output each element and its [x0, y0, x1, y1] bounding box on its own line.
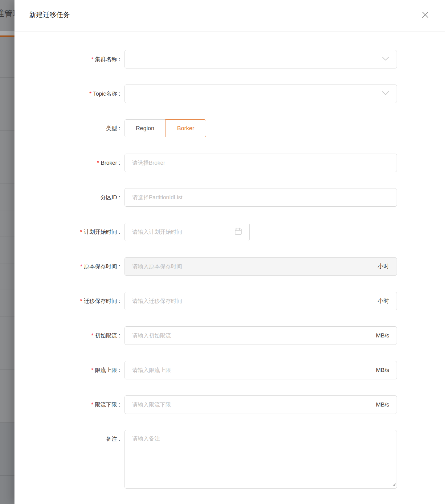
- topic-name-label: *Topic名称 :: [14, 90, 125, 97]
- close-icon[interactable]: [418, 7, 433, 22]
- migration-task-form: *集群名称 : *Topic名称 :: [14, 31, 445, 504]
- type-radio-group: Region Borker: [125, 119, 206, 137]
- form-row-throttle-upper: *限流上限 : MB/s: [14, 361, 445, 379]
- partition-id-label: 分区ID :: [14, 194, 125, 201]
- modal-header: 新建迁移任务: [14, 0, 445, 31]
- backdrop-table-footer: [0, 423, 14, 504]
- throttle-lower-field[interactable]: MB/s: [125, 395, 397, 414]
- type-option-borker[interactable]: Borker: [165, 119, 206, 137]
- topic-name-select[interactable]: [125, 85, 397, 103]
- remark-textarea-box[interactable]: [125, 430, 397, 489]
- required-asterisk: *: [89, 91, 92, 97]
- form-row-original-retention: *原本保存时间 : 小时: [14, 257, 445, 276]
- backdrop-page-title-fragment: 维管理: [0, 8, 14, 19]
- partition-id-select[interactable]: [125, 188, 397, 207]
- remark-label: 备注 :: [14, 430, 125, 443]
- form-row-remark: 备注 :: [14, 430, 445, 489]
- screen: 维管理 新建迁移任务 *集群名称 :: [0, 0, 445, 504]
- migration-retention-field[interactable]: 小时: [125, 292, 397, 310]
- required-asterisk: *: [91, 402, 93, 408]
- form-row-plan-start-time: *计划开始时间 :: [14, 223, 445, 241]
- plan-start-time-label: *计划开始时间 :: [14, 228, 125, 236]
- chevron-down-icon: [382, 91, 389, 97]
- chevron-down-icon: [382, 56, 389, 62]
- form-row-broker: *Broker :: [14, 154, 445, 172]
- mbs-unit-suffix: MB/s: [376, 401, 389, 408]
- plan-start-time-input[interactable]: [132, 229, 231, 235]
- mbs-unit-suffix: MB/s: [376, 367, 389, 374]
- plan-start-time-picker[interactable]: [125, 223, 250, 241]
- backdrop-tab-bar: [0, 31, 14, 35]
- required-asterisk: *: [91, 333, 93, 339]
- cluster-name-select[interactable]: [125, 50, 397, 68]
- backdrop-accent-bar: [0, 35, 14, 37]
- initial-throttle-field[interactable]: MB/s: [125, 326, 397, 345]
- throttle-upper-input[interactable]: [132, 367, 372, 374]
- cluster-name-label: *集群名称 :: [14, 56, 125, 63]
- migration-retention-input[interactable]: [132, 298, 374, 304]
- resize-handle-icon[interactable]: [392, 482, 396, 487]
- cluster-name-select-value[interactable]: [132, 56, 379, 63]
- original-retention-field[interactable]: 小时: [125, 257, 397, 276]
- topic-name-select-value[interactable]: [132, 91, 379, 97]
- required-asterisk: *: [91, 367, 93, 373]
- type-option-region[interactable]: Region: [125, 119, 165, 137]
- throttle-upper-field[interactable]: MB/s: [125, 361, 397, 379]
- broker-input[interactable]: [132, 160, 389, 166]
- type-label: 类型 :: [14, 125, 125, 132]
- form-row-topic-name: *Topic名称 :: [14, 85, 445, 103]
- required-asterisk: *: [80, 298, 82, 304]
- required-asterisk: *: [91, 56, 93, 62]
- partition-id-input[interactable]: [132, 194, 389, 201]
- dimmed-page-backdrop: 维管理: [0, 0, 14, 504]
- broker-label: *Broker :: [14, 160, 125, 166]
- initial-throttle-input[interactable]: [132, 333, 372, 339]
- form-row-throttle-lower: *限流下限 : MB/s: [14, 395, 445, 414]
- form-row-partition-id: 分区ID :: [14, 188, 445, 207]
- throttle-lower-input[interactable]: [132, 402, 372, 408]
- original-retention-label: *原本保存时间 :: [14, 263, 125, 270]
- required-asterisk: *: [97, 160, 99, 166]
- initial-throttle-label: *初始限流 :: [14, 332, 125, 339]
- form-row-cluster-name: *集群名称 :: [14, 50, 445, 68]
- throttle-upper-label: *限流上限 :: [14, 366, 125, 374]
- migration-retention-label: *迁移保存时间 :: [14, 297, 125, 305]
- calendar-icon[interactable]: [235, 227, 242, 237]
- required-asterisk: *: [80, 263, 82, 270]
- form-row-initial-throttle: *初始限流 : MB/s: [14, 326, 445, 345]
- hours-unit-suffix: 小时: [378, 297, 389, 305]
- original-retention-input[interactable]: [132, 263, 374, 270]
- mbs-unit-suffix: MB/s: [376, 332, 389, 339]
- form-row-type: 类型 : Region Borker: [14, 119, 445, 138]
- hours-unit-suffix: 小时: [378, 262, 389, 271]
- throttle-lower-label: *限流下限 :: [14, 401, 125, 408]
- modal-title: 新建迁移任务: [29, 10, 70, 19]
- remark-textarea[interactable]: [125, 430, 397, 488]
- create-migration-task-modal: 新建迁移任务 *集群名称 :: [14, 0, 445, 504]
- required-asterisk: *: [80, 229, 82, 235]
- broker-select[interactable]: [125, 154, 397, 172]
- form-row-migration-retention: *迁移保存时间 : 小时: [14, 292, 445, 310]
